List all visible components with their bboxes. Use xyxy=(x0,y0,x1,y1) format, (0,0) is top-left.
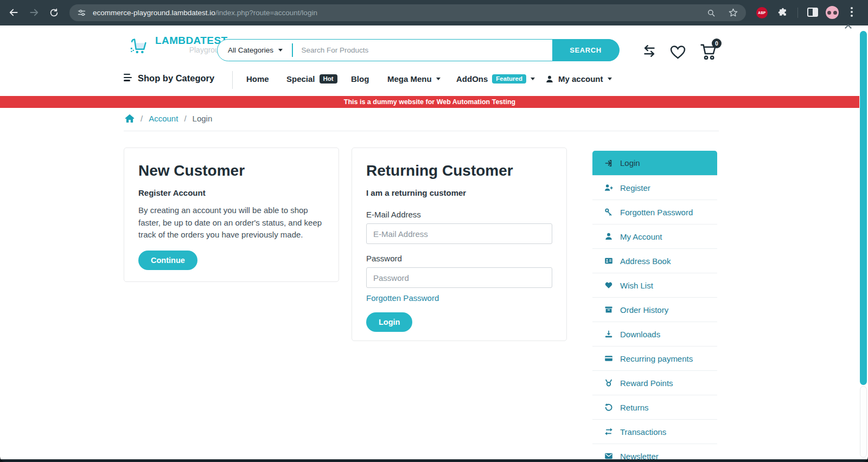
wishlist-heart-icon[interactable] xyxy=(668,42,687,62)
profile-avatar[interactable] xyxy=(826,6,839,19)
sidebar-item-label: Wish List xyxy=(620,281,653,290)
search-tab-icon[interactable] xyxy=(706,8,716,18)
forward-icon[interactable] xyxy=(28,7,40,18)
sidebar-item-label: Reward Points xyxy=(620,378,673,388)
logo-title: LAMBDATEST xyxy=(155,35,227,46)
nav-mega-menu-label: Mega Menu xyxy=(387,74,432,84)
undo-icon xyxy=(604,403,613,412)
adblock-extension-icon[interactable]: ABP xyxy=(756,7,768,18)
home-icon[interactable] xyxy=(125,114,135,123)
nav-mega-menu[interactable]: Mega Menu xyxy=(387,74,441,84)
dummy-site-banner: This is a dummy website for Web Automati… xyxy=(0,96,859,108)
nav-special[interactable]: Special Hot xyxy=(286,74,337,84)
nav-blog[interactable]: Blog xyxy=(351,74,369,84)
returning-customer-subtitle: I am a returning customer xyxy=(366,188,552,197)
breadcrumb-separator: / xyxy=(141,114,143,123)
breadcrumb-current: Login xyxy=(193,114,213,123)
exchange-icon xyxy=(604,427,613,436)
site-logo[interactable]: LAMBDATEST Playground xyxy=(129,35,227,61)
sidebar-item-returns[interactable]: Returns xyxy=(592,395,717,419)
url-host: ecommerce-playground.lambdatest.io xyxy=(93,9,215,17)
sidebar-item-label: Recurring payments xyxy=(620,354,693,363)
shop-by-category-button[interactable]: Shop by Category xyxy=(124,73,214,84)
sidebar-item-label: Forgotten Password xyxy=(620,208,693,217)
search-input[interactable] xyxy=(293,46,552,54)
sidebar-item-downloads[interactable]: Downloads xyxy=(592,322,717,346)
user-plus-icon xyxy=(604,183,613,192)
toolbar-divider xyxy=(797,8,798,18)
breadcrumb: / Account / Login xyxy=(125,114,212,123)
reload-icon[interactable] xyxy=(48,7,60,18)
breadcrumb-divider xyxy=(124,131,719,131)
continue-button[interactable]: Continue xyxy=(138,251,197,270)
cart-count-badge: 0 xyxy=(712,39,722,48)
address-bar[interactable]: ecommerce-playground.lambdatest.io/index… xyxy=(69,4,746,21)
email-input[interactable] xyxy=(366,223,552,244)
extensions-puzzle-icon[interactable] xyxy=(777,7,789,18)
returning-customer-card: Returning Customer I am a returning cust… xyxy=(352,147,567,341)
login-button[interactable]: Login xyxy=(366,312,412,332)
site-settings-icon[interactable] xyxy=(77,8,86,17)
shop-by-category-label: Shop by Category xyxy=(138,73,214,84)
download-icon xyxy=(604,330,613,338)
cart-icon[interactable]: 0 xyxy=(698,40,720,62)
browser-window: ecommerce-playground.lambdatest.io/index… xyxy=(0,0,868,462)
category-dropdown-label: All Categories xyxy=(228,46,273,54)
sidebar-item-transactions[interactable]: Transactions xyxy=(592,419,717,444)
nav-my-account-label: My account xyxy=(558,74,603,84)
key-icon xyxy=(604,208,613,216)
bookmark-star-icon[interactable] xyxy=(728,8,738,18)
sidebar-item-forgotten-password[interactable]: Forgotten Password xyxy=(592,200,717,224)
sidebar-item-my-account[interactable]: My Account xyxy=(592,224,717,248)
sidebar-item-login[interactable]: Login xyxy=(592,151,717,175)
nav-my-account[interactable]: My account xyxy=(545,74,612,84)
sidebar-item-label: Newsletter xyxy=(620,452,659,460)
forgotten-password-link[interactable]: Forgotten Password xyxy=(366,293,439,303)
cart-logo-icon xyxy=(129,35,152,61)
envelope-icon xyxy=(604,452,613,459)
sidebar-item-label: Order History xyxy=(620,305,668,315)
scrollbar-track[interactable] xyxy=(860,386,867,458)
register-account-subtitle: Register Account xyxy=(138,188,324,197)
sign-in-icon xyxy=(604,159,613,168)
new-customer-card: New Customer Register Account By creatin… xyxy=(124,147,339,282)
sidebar-item-newsletter[interactable]: Newsletter xyxy=(592,444,717,459)
user-icon xyxy=(604,232,613,241)
sidebar-item-register[interactable]: Register xyxy=(592,175,717,200)
sidebar-item-label: Transactions xyxy=(620,427,666,437)
chevron-down-icon xyxy=(436,78,441,80)
sidebar-item-recurring-payments[interactable]: Recurring payments xyxy=(592,346,717,370)
side-panel-icon[interactable] xyxy=(807,8,818,17)
nav-home[interactable]: Home xyxy=(246,74,269,84)
account-sidebar: Login Register Forgotten Password My Acc… xyxy=(592,151,717,459)
search-button[interactable]: SEARCH xyxy=(552,39,620,61)
nav-divider xyxy=(232,71,233,89)
scrollbar-thumb[interactable] xyxy=(860,31,867,385)
sidebar-item-wish-list[interactable]: Wish List xyxy=(592,273,717,297)
url-path: /index.php?route=account/login xyxy=(215,9,317,17)
new-customer-description: By creating an account you will be able … xyxy=(138,204,324,241)
compare-icon[interactable] xyxy=(640,42,659,62)
sidebar-item-label: Address Book xyxy=(620,256,671,266)
credit-card-icon xyxy=(604,354,613,363)
password-label: Password xyxy=(366,254,552,263)
sidebar-item-reward-points[interactable]: Reward Points xyxy=(592,370,717,395)
breadcrumb-account-link[interactable]: Account xyxy=(149,114,178,123)
sidebar-item-label: Register xyxy=(620,183,650,193)
sidebar-item-order-history[interactable]: Order History xyxy=(592,297,717,322)
returning-customer-title: Returning Customer xyxy=(366,162,552,180)
password-input[interactable] xyxy=(366,267,552,288)
sidebar-item-address-book[interactable]: Address Book xyxy=(592,248,717,273)
browser-menu-icon[interactable] xyxy=(851,7,853,18)
chevron-down-icon xyxy=(278,49,283,52)
search-bar: All Categories SEARCH xyxy=(217,39,619,61)
medal-icon xyxy=(604,378,613,387)
nav-special-label: Special xyxy=(286,74,315,84)
nav-home-label: Home xyxy=(246,74,269,84)
back-icon[interactable] xyxy=(8,7,20,18)
nav-blog-label: Blog xyxy=(351,74,369,84)
nav-addons[interactable]: AddOns Featured xyxy=(456,74,535,84)
sidebar-item-label: Returns xyxy=(620,403,649,412)
chevron-down-icon xyxy=(608,78,612,80)
category-dropdown[interactable]: All Categories xyxy=(218,46,292,54)
